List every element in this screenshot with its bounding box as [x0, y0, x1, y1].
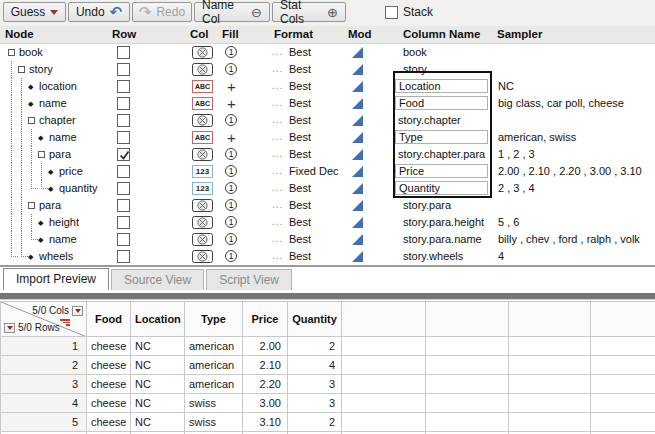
col-type-cell[interactable] [192, 46, 213, 59]
table-corner-cell[interactable]: 5/0 Cols5/0 Rows [1, 302, 87, 337]
tree-row-Location[interactable]: ◆locationABC+...BestLocationNC [0, 78, 655, 95]
character-column-icon[interactable]: ABC [192, 131, 213, 144]
row-checkbox[interactable] [117, 182, 130, 195]
data-cell[interactable]: 2.20 [243, 375, 288, 394]
fill-plus-icon[interactable]: + [225, 78, 238, 95]
guess-button[interactable]: Guess [3, 2, 66, 22]
name-col-button[interactable]: Name Col ⊖ [194, 2, 270, 22]
col-type-cell[interactable] [192, 148, 213, 161]
data-cell[interactable]: 3 [288, 394, 342, 413]
row-number-cell[interactable]: 2 [1, 356, 87, 375]
modeling-type-icon[interactable] [352, 115, 363, 128]
modeling-type-icon[interactable] [352, 234, 363, 247]
data-cell[interactable]: NC [131, 337, 185, 356]
tree-row-story.para[interactable]: para1...Beststory.para [0, 197, 655, 214]
data-cell[interactable]: NC [131, 375, 185, 394]
col-type-cell[interactable] [192, 250, 213, 263]
row-number-cell[interactable]: 5 [1, 413, 87, 432]
format-ellipsis-button[interactable]: ... [272, 231, 283, 246]
data-cell[interactable]: NC [131, 413, 185, 432]
tree-row-Quantity[interactable]: ◆quantity1231...BestQuantity2 , 3 , 4 [0, 180, 655, 197]
tree-row-story[interactable]: story1...Beststory [0, 61, 655, 78]
fill-once-icon[interactable]: 1 [225, 114, 237, 126]
row-checkbox[interactable] [117, 199, 130, 212]
preview-column-header-price[interactable]: Price [243, 302, 288, 337]
format-ellipsis-button[interactable]: ... [272, 95, 283, 110]
preview-column-header-type[interactable]: Type [185, 302, 243, 337]
modeling-type-icon[interactable] [352, 98, 363, 111]
tab-script-view[interactable]: Script View [206, 269, 292, 290]
fill-once-icon[interactable]: 1 [225, 148, 237, 160]
format-ellipsis-button[interactable]: ... [272, 112, 283, 127]
rows-menu-button[interactable] [4, 323, 15, 333]
row-checkbox[interactable] [117, 216, 130, 229]
row-number-cell[interactable]: 4 [1, 394, 87, 413]
tree-row-story.wheels[interactable]: ◆wheels1...Beststory.wheels4 [0, 248, 655, 265]
tree-row-story.para.height[interactable]: ◆height1...Beststory.para.height5 , 6 [0, 214, 655, 231]
format-ellipsis-button[interactable]: ... [272, 180, 283, 195]
column-name-input[interactable]: Quantity [395, 181, 488, 195]
data-cell[interactable]: american [185, 356, 243, 375]
numeric-column-icon[interactable]: 123 [192, 182, 213, 195]
modeling-type-icon[interactable] [352, 47, 363, 60]
fill-once-icon[interactable]: 1 [225, 250, 237, 262]
tree-row-story.para.name[interactable]: ◆name1...Beststory.para.namebilly , chev… [0, 231, 655, 248]
row-checkbox[interactable] [117, 165, 130, 178]
col-type-cell[interactable] [192, 233, 213, 246]
character-column-icon[interactable]: ABC [192, 80, 213, 93]
data-cell[interactable]: cheese [87, 413, 131, 432]
modeling-type-icon[interactable] [352, 166, 363, 179]
row-checkbox[interactable] [117, 63, 130, 76]
col-type-cell[interactable] [192, 199, 213, 212]
columns-menu-button[interactable] [72, 306, 83, 316]
format-ellipsis-button[interactable]: ... [272, 248, 283, 263]
fill-once-icon[interactable]: 1 [225, 46, 237, 58]
data-cell[interactable]: 4 [288, 356, 342, 375]
data-cell[interactable]: 2.00 [243, 337, 288, 356]
modeling-type-icon[interactable] [352, 149, 363, 162]
data-cell[interactable]: american [185, 337, 243, 356]
fill-plus-icon[interactable]: + [225, 95, 238, 112]
data-cell[interactable]: 2 [288, 337, 342, 356]
tree-row-book[interactable]: book1...Bestbook [0, 44, 655, 61]
format-ellipsis-button[interactable]: ... [272, 61, 283, 76]
fill-plus-icon[interactable]: + [225, 129, 238, 146]
preview-column-header-quantity[interactable]: Quantity [288, 302, 342, 337]
tree-row-story.chapter.para[interactable]: para1...Beststory.chapter.para1 , 2 , 3 [0, 146, 655, 163]
data-cell[interactable]: american [185, 375, 243, 394]
modeling-type-icon[interactable] [352, 132, 363, 145]
column-name-input[interactable]: Location [395, 79, 488, 93]
preview-column-header-food[interactable]: Food [87, 302, 131, 337]
row-checkbox[interactable] [117, 97, 130, 110]
modeling-type-icon[interactable] [352, 200, 363, 213]
row-checkbox[interactable] [117, 114, 130, 127]
fill-once-icon[interactable]: 1 [225, 216, 237, 228]
undo-button[interactable]: Undo ↶ [68, 2, 130, 22]
preview-column-header-location[interactable]: Location [131, 302, 185, 337]
data-cell[interactable]: NC [131, 356, 185, 375]
format-ellipsis-button[interactable]: ... [272, 197, 283, 212]
data-cell[interactable]: cheese [87, 337, 131, 356]
row-checkbox[interactable] [117, 131, 130, 144]
pane-splitter[interactable] [0, 265, 655, 267]
row-checkbox[interactable] [117, 80, 130, 93]
format-ellipsis-button[interactable]: ... [272, 78, 283, 93]
modeling-type-icon[interactable] [352, 251, 363, 264]
data-cell[interactable]: 3.10 [243, 413, 288, 432]
col-type-cell[interactable] [192, 63, 213, 76]
character-column-icon[interactable]: ABC [192, 97, 213, 110]
data-cell[interactable]: cheese [87, 356, 131, 375]
data-cell[interactable]: NC [131, 394, 185, 413]
data-cell[interactable]: 3.00 [243, 394, 288, 413]
data-cell[interactable]: cheese [87, 375, 131, 394]
column-name-input[interactable]: Price [395, 164, 488, 178]
tree-row-Food[interactable]: ◆nameABC+...BestFoodbig class, car poll,… [0, 95, 655, 112]
data-cell[interactable]: 2 [288, 413, 342, 432]
col-type-cell[interactable] [192, 114, 213, 127]
row-checkbox[interactable] [117, 46, 130, 59]
row-number-cell[interactable]: 3 [1, 375, 87, 394]
column-name-input[interactable]: Type [395, 130, 488, 144]
format-ellipsis-button[interactable]: ... [272, 146, 283, 161]
fill-once-icon[interactable]: 1 [225, 63, 237, 75]
data-cell[interactable]: swiss [185, 394, 243, 413]
